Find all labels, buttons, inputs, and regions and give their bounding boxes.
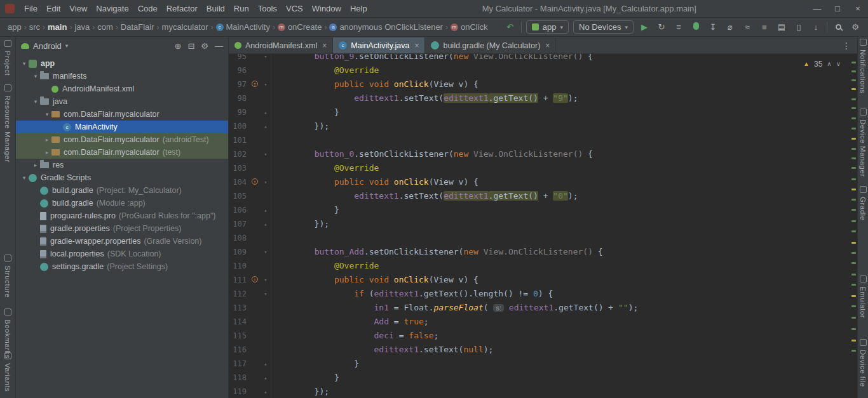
tree-chevron-icon[interactable]: ▾ — [20, 175, 29, 181]
code-text[interactable]: public void onClick(View v) { — [271, 77, 851, 91]
overriding-method-gutter-icon[interactable]: ↑ — [250, 175, 261, 189]
debug-icon[interactable] — [689, 22, 702, 32]
breadcrumb-dataflair[interactable]: DataFlair — [119, 22, 156, 32]
tab-mainactivity-java[interactable]: cMainActivity.java× — [333, 37, 425, 53]
code-text[interactable]: button_9.setOnClickListener(new View.OnC… — [271, 54, 851, 63]
panel-settings-icon[interactable]: ⚙ — [201, 41, 208, 51]
code-text[interactable]: edittext1.setText(edittext1.getText() + … — [271, 91, 851, 105]
minimize-button[interactable]: — — [807, 0, 827, 17]
menu-window[interactable]: Window — [308, 4, 346, 13]
tree-item-androidmanifest-xml[interactable]: AndroidManifest.xml — [16, 83, 228, 95]
run-icon[interactable]: ▶ — [638, 22, 651, 32]
close-button[interactable]: × — [848, 0, 868, 17]
tree-item-com-dataflair-mycalculator[interactable]: ▾com.DataFlair.mycalculator — [16, 108, 228, 121]
tree-item-settings-gradle-project-settings[interactable]: settings.gradle (Project Settings) — [16, 260, 228, 273]
tree-chevron-icon[interactable]: ▸ — [43, 136, 51, 143]
overriding-method-gutter-icon[interactable]: ↑ — [250, 77, 261, 91]
tree-item-manifests[interactable]: ▾manifests — [16, 70, 228, 83]
fold-marker-icon[interactable]: ▾ — [261, 175, 271, 189]
code-text[interactable]: }); — [271, 217, 851, 231]
apply-changes-icon[interactable]: ↻ — [655, 22, 668, 32]
code-text[interactable]: deci = false; — [271, 329, 851, 343]
tree-chevron-icon[interactable]: ▾ — [31, 98, 40, 105]
overriding-method-gutter-icon[interactable]: ↑ — [250, 273, 261, 287]
tree-chevron-icon[interactable]: ▸ — [43, 149, 51, 156]
code-text[interactable]: edittext1.setText(null); — [271, 343, 851, 357]
code-text[interactable] — [271, 231, 851, 245]
tree-item-gradle-wrapper-properties-gradle-version[interactable]: gradle-wrapper.properties (Gradle Versio… — [16, 235, 228, 248]
tree-item-build-gradle-project-my-calculator[interactable]: build.gradle (Project: My_Calculator) — [16, 184, 228, 197]
code-text[interactable]: @Override — [271, 161, 851, 175]
tab-androidmanifest-xml[interactable]: AndroidManifest.xml× — [229, 37, 333, 53]
tree-item-com-dataflair-mycalculator-androidtest[interactable]: ▸com.DataFlair.mycalculator (androidTest… — [16, 133, 228, 146]
tree-item-local-properties-sdk-location[interactable]: local.properties (SDK Location) — [16, 248, 228, 260]
breadcrumb-src[interactable]: src — [28, 22, 41, 32]
breadcrumb-java[interactable]: java — [73, 22, 91, 32]
tab-build-gradle-my-calculator[interactable]: build.gradle (My Calculator)× — [425, 37, 556, 53]
tab-close-icon[interactable]: × — [545, 41, 550, 50]
breadcrumb-mainactivity[interactable]: cMainActivity — [215, 22, 271, 32]
menu-tools[interactable]: Tools — [254, 4, 281, 13]
fold-marker-icon[interactable]: ▴ — [261, 371, 271, 385]
breadcrumb-main[interactable]: main — [46, 22, 68, 32]
menu-vcs[interactable]: VCS — [281, 4, 308, 13]
error-stripe-scrollbar[interactable] — [851, 54, 857, 398]
code-text[interactable]: } — [271, 357, 851, 371]
tree-item-proguard-rules-pro-proguard-rules-for-app[interactable]: proguard-rules.pro (ProGuard Rules for "… — [16, 209, 228, 222]
code-text[interactable]: public void onClick(View v) { — [271, 175, 851, 189]
tool-button-notifications[interactable]: Notifications — [858, 39, 868, 93]
code-text[interactable]: } — [271, 371, 851, 385]
fold-marker-icon[interactable]: ▾ — [261, 77, 271, 91]
project-view-mode[interactable]: Android — [33, 41, 62, 51]
code-text[interactable]: button_Add.setOnClickListener(new View.O… — [271, 245, 851, 259]
tab-close-icon[interactable]: × — [322, 41, 327, 50]
maximize-button[interactable]: □ — [827, 0, 848, 17]
tool-button-device-manager[interactable]: Device Manager — [858, 109, 868, 177]
next-problem-icon[interactable]: ∨ — [836, 57, 841, 71]
fold-marker-icon[interactable]: ▾ — [261, 245, 271, 259]
locate-file-icon[interactable]: ⊕ — [175, 41, 182, 51]
breadcrumb-onclick[interactable]: monClick — [449, 22, 489, 32]
tree-chevron-icon[interactable]: ▾ — [20, 60, 29, 67]
fold-marker-icon[interactable]: ▴ — [261, 217, 271, 231]
tool-button-variants[interactable]: Variants — [0, 352, 15, 392]
tool-button-emulator[interactable]: Emulator — [858, 275, 868, 318]
code-text[interactable]: in1 = Float.parseFloat( s: edittext1.get… — [271, 301, 851, 315]
tool-button-gradle[interactable]: Gradle — [858, 186, 868, 221]
code-editor[interactable]: 95▾ button_9.setOnClickListener(new View… — [229, 54, 857, 398]
fold-marker-icon[interactable]: ▾ — [261, 273, 271, 287]
stop-icon[interactable]: ■ — [758, 22, 771, 32]
breadcrumb-com[interactable]: com — [96, 22, 114, 32]
code-text[interactable]: if (edittext1.getText().length() != 0) { — [271, 287, 851, 301]
cpu-profiler-icon[interactable]: ≈ — [741, 22, 754, 32]
sdk-manager-icon[interactable]: ↓ — [810, 22, 822, 32]
menu-edit[interactable]: Edit — [42, 4, 65, 13]
code-text[interactable]: }); — [271, 385, 851, 398]
layout-inspector-icon[interactable]: ▤ — [775, 22, 788, 32]
fold-marker-icon[interactable]: ▴ — [261, 203, 271, 217]
device-select[interactable]: No Devices ▾ — [573, 20, 634, 34]
tree-item-res[interactable]: ▸res — [16, 159, 228, 171]
menu-refactor[interactable]: Refactor — [162, 4, 202, 13]
tree-item-gradle-scripts[interactable]: ▾Gradle Scripts — [16, 171, 228, 184]
tool-button-resource-manager[interactable]: Resource Manager — [0, 84, 15, 163]
breadcrumb-app[interactable]: app — [6, 22, 23, 32]
breadcrumb-oncreate[interactable]: monCreate — [276, 22, 323, 32]
run-configuration-select[interactable]: app ▾ — [526, 20, 569, 34]
fold-marker-icon[interactable]: ▾ — [261, 147, 271, 161]
tool-button-bookmarks[interactable]: Bookmarks — [0, 308, 15, 359]
code-text[interactable]: }); — [271, 119, 851, 133]
tree-item-mainactivity[interactable]: cMainActivity — [16, 121, 228, 133]
menu-view[interactable]: View — [65, 4, 92, 13]
menu-navigate[interactable]: Navigate — [92, 4, 133, 13]
code-text[interactable]: @Override — [271, 63, 851, 77]
code-text[interactable] — [271, 133, 851, 147]
profile-icon[interactable]: ⌀ — [724, 22, 736, 32]
undo-arrow-icon[interactable]: ↶ — [504, 22, 517, 32]
tree-chevron-icon[interactable]: ▸ — [31, 162, 40, 168]
tree-chevron-icon[interactable]: ▾ — [31, 73, 40, 79]
menu-code[interactable]: Code — [133, 4, 162, 13]
code-text[interactable]: public void onClick(View v) { — [271, 273, 851, 287]
fold-marker-icon[interactable]: ▾ — [261, 287, 271, 301]
settings-gear-icon[interactable]: ⚙ — [849, 22, 862, 32]
